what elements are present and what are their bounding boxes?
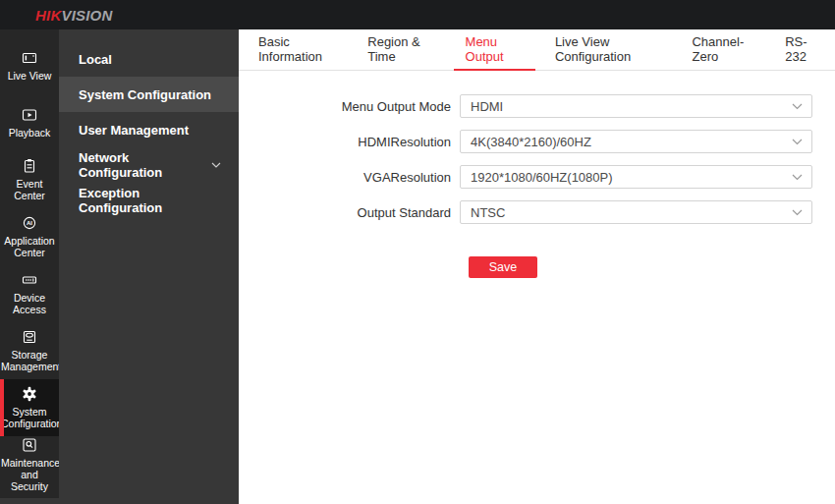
tab-label: Channel-Zero: [692, 34, 753, 64]
config-menu-panel: Local System Configuration User Manageme…: [59, 29, 239, 504]
maintenance-security-icon: [22, 437, 37, 453]
logo-vision-text: VISION: [61, 7, 112, 24]
tab-region-time[interactable]: Region & Time: [356, 29, 445, 71]
menu-item-label: Exception Configuration: [79, 186, 221, 215]
main-nav-sidebar: Live View Playback Event Center AI: [0, 29, 59, 498]
tab-label: Menu Output: [466, 34, 524, 64]
main-content: Basic Information Region & Time Menu Out…: [239, 29, 835, 504]
menu-item-label: User Management: [79, 123, 189, 138]
menu-item-label: Local: [79, 52, 112, 67]
sidebar-item-system-configuration[interactable]: System Configuration: [0, 379, 59, 436]
select-value: HDMI: [471, 99, 503, 114]
application-center-icon: AI: [22, 215, 37, 231]
chevron-down-icon: [211, 162, 221, 168]
playback-icon: [22, 107, 37, 123]
output-standard-select[interactable]: NTSC: [460, 200, 812, 224]
top-bar: HIKVISION: [0, 0, 835, 29]
menu-item-user-management[interactable]: User Management: [59, 112, 239, 147]
menu-output-mode-select[interactable]: HDMI: [460, 94, 812, 118]
tab-label: Basic Information: [258, 34, 336, 64]
sidebar-item-playback[interactable]: Playback: [0, 94, 59, 151]
sidebar-item-label: System Configuration: [0, 406, 59, 429]
form-row: Menu Output Mode HDMI: [239, 94, 835, 118]
chevron-down-icon: [792, 139, 803, 145]
tab-label: RS-232: [785, 34, 819, 64]
sidebar-item-application-center[interactable]: AI Application Center: [0, 208, 59, 265]
sidebar-item-live-view[interactable]: Live View: [0, 37, 59, 94]
menu-item-exception-configuration[interactable]: Exception Configuration: [59, 183, 239, 218]
output-standard-label: Output Standard: [239, 205, 460, 220]
save-row: Save: [239, 256, 835, 278]
menu-output-form: Menu Output Mode HDMI HDMIResolution 4K(…: [239, 71, 835, 278]
hdmi-resolution-select[interactable]: 4K(3840*2160)/60HZ: [460, 130, 812, 153]
form-row: Output Standard NTSC: [239, 200, 835, 224]
storage-management-icon: [22, 329, 37, 345]
menu-output-mode-label: Menu Output Mode: [239, 99, 460, 114]
sidebar-item-storage-management[interactable]: Storage Management: [0, 322, 59, 379]
menu-item-network-configuration[interactable]: Network Configuration: [59, 147, 239, 183]
sidebar-item-label: Storage Management: [0, 349, 59, 372]
logo-hik-text: HIK: [35, 7, 61, 24]
form-row: HDMIResolution 4K(3840*2160)/60HZ: [239, 130, 835, 153]
hdmi-resolution-label: HDMIResolution: [239, 135, 460, 149]
sidebar-item-label: Live View: [0, 70, 59, 82]
sidebar-item-label: Maintenance and Security: [0, 457, 59, 492]
chevron-down-icon: [792, 209, 803, 216]
svg-text:AI: AI: [27, 220, 32, 226]
sidebar-item-maintenance-and-security[interactable]: Maintenance and Security: [0, 436, 59, 493]
menu-item-label: System Configuration: [79, 87, 211, 102]
sidebar-item-label: Playback: [0, 127, 59, 139]
vga-resolution-select[interactable]: 1920*1080/60HZ(1080P): [460, 165, 812, 189]
settings-tab-bar: Basic Information Region & Time Menu Out…: [239, 29, 835, 71]
menu-item-system-configuration[interactable]: System Configuration: [59, 77, 239, 112]
select-value: 4K(3840*2160)/60HZ: [471, 135, 591, 149]
tab-label: Region & Time: [367, 34, 433, 64]
sidebar-item-label: Device Access: [0, 292, 59, 315]
menu-item-local[interactable]: Local: [59, 41, 239, 77]
sidebar-item-label: Application Center: [0, 235, 59, 258]
save-button[interactable]: Save: [469, 256, 537, 278]
live-view-icon: [22, 50, 37, 66]
vga-resolution-label: VGAResolution: [239, 170, 460, 185]
sidebar-item-device-access[interactable]: Device Access: [0, 265, 59, 322]
form-row: VGAResolution 1920*1080/60HZ(1080P): [239, 165, 835, 189]
tab-live-view-configuration[interactable]: Live View Configuration: [543, 29, 673, 71]
menu-item-label: Network Configuration: [79, 150, 211, 180]
select-value: 1920*1080/60HZ(1080P): [471, 170, 613, 185]
sidebar-item-label: Event Center: [0, 178, 59, 201]
hikvision-logo: HIKVISION: [35, 7, 112, 24]
event-center-icon: [22, 158, 37, 174]
device-access-icon: [22, 272, 37, 288]
tab-label: Live View Configuration: [555, 34, 661, 64]
tab-basic-information[interactable]: Basic Information: [247, 29, 348, 71]
chevron-down-icon: [792, 103, 803, 110]
sidebar-background: Live View Playback Event Center AI: [0, 29, 59, 504]
tab-menu-output[interactable]: Menu Output: [454, 29, 535, 71]
sidebar-item-event-center[interactable]: Event Center: [0, 151, 59, 208]
chevron-down-icon: [792, 174, 803, 181]
tab-channel-zero[interactable]: Channel-Zero: [680, 29, 765, 71]
system-configuration-gear-icon: [22, 386, 37, 402]
select-value: NTSC: [471, 205, 505, 220]
tab-rs-232[interactable]: RS-232: [773, 29, 831, 71]
